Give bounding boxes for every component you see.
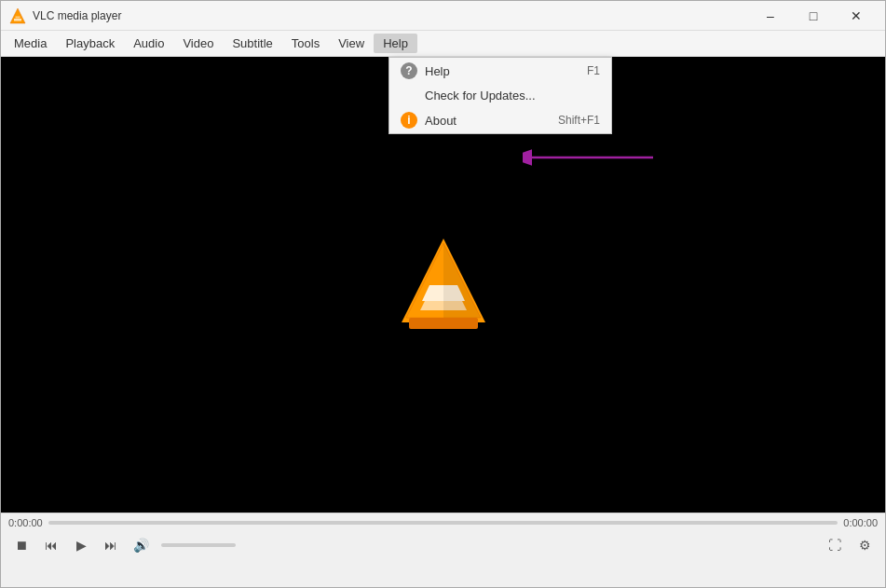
main-content: ? Help F1 Check for Updates... i About S… xyxy=(1,57,885,513)
menu-item-check-updates[interactable]: Check for Updates... xyxy=(389,84,611,107)
menu-help[interactable]: Help xyxy=(374,34,417,53)
controls-bar: 0:00:00 0:00:00 ⏹ ⏮ ▶ ⏭ 🔊 ⛶ ⚙ xyxy=(1,513,885,587)
play-pause-button[interactable]: ▶ xyxy=(68,532,94,558)
svg-rect-7 xyxy=(409,318,478,329)
next-button[interactable]: ⏭ xyxy=(98,532,124,558)
window-controls: – □ ✕ xyxy=(749,1,878,31)
menu-subtitle[interactable]: Subtitle xyxy=(223,34,281,53)
time-total: 0:00:00 xyxy=(843,517,878,528)
maximize-button[interactable]: □ xyxy=(792,1,835,31)
check-updates-label: Check for Updates... xyxy=(425,89,593,103)
progress-bar[interactable] xyxy=(48,521,838,525)
svg-marker-9 xyxy=(443,243,481,318)
vlc-window: VLC media player – □ ✕ Media Playback Au… xyxy=(0,0,886,588)
stop-button[interactable]: ⏹ xyxy=(8,532,34,558)
minimize-button[interactable]: – xyxy=(749,1,792,31)
prev-button[interactable]: ⏮ xyxy=(38,532,64,558)
help-icon: ? xyxy=(401,62,417,79)
title-bar: VLC media player – □ ✕ xyxy=(1,1,885,31)
fullscreen-button[interactable]: ⛶ xyxy=(822,532,848,558)
window-title: VLC media player xyxy=(33,9,749,22)
menu-view[interactable]: View xyxy=(329,34,374,53)
menu-playback[interactable]: Playback xyxy=(56,34,124,53)
menu-tools[interactable]: Tools xyxy=(282,34,329,53)
info-icon: i xyxy=(401,112,417,129)
svg-marker-0 xyxy=(10,8,25,23)
close-button[interactable]: ✕ xyxy=(835,1,878,31)
about-label: About xyxy=(425,114,551,128)
help-shortcut: F1 xyxy=(587,64,600,77)
volume-slider[interactable] xyxy=(161,543,236,547)
menu-media[interactable]: Media xyxy=(5,34,56,53)
extended-settings-button[interactable]: ⚙ xyxy=(852,532,878,558)
menu-bar: Media Playback Audio Video Subtitle Tool… xyxy=(1,31,885,57)
controls-row: ⏹ ⏮ ▶ ⏭ 🔊 ⛶ ⚙ xyxy=(8,532,878,558)
svg-rect-1 xyxy=(14,19,21,21)
arrow-annotation xyxy=(523,139,662,176)
svg-rect-2 xyxy=(16,16,20,18)
menu-item-about[interactable]: i About Shift+F1 xyxy=(389,107,611,133)
vlc-logo xyxy=(392,234,495,336)
volume-icon-button[interactable]: 🔊 xyxy=(128,532,154,558)
app-icon xyxy=(8,7,27,25)
menu-audio[interactable]: Audio xyxy=(124,34,173,53)
help-dropdown-menu: ? Help F1 Check for Updates... i About S… xyxy=(388,57,612,134)
menu-video[interactable]: Video xyxy=(173,34,223,53)
time-current: 0:00:00 xyxy=(8,517,43,528)
help-item-label: Help xyxy=(425,64,579,78)
menu-item-help[interactable]: ? Help F1 xyxy=(389,58,611,84)
about-shortcut: Shift+F1 xyxy=(558,114,600,127)
progress-area: 0:00:00 0:00:00 xyxy=(8,517,878,528)
